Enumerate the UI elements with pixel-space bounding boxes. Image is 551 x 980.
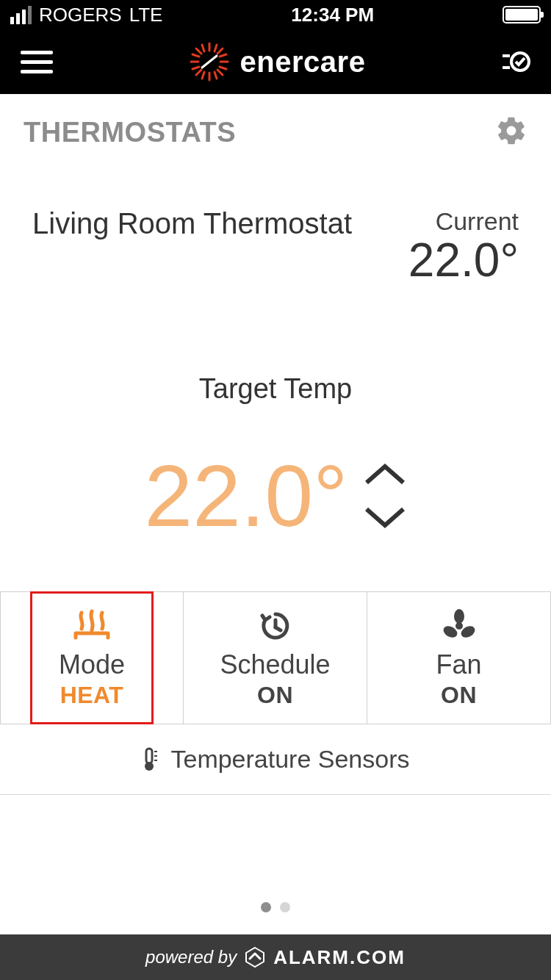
mode-title: Mode [1,649,183,680]
header-status-icon[interactable] [501,47,530,76]
svg-line-5 [217,70,223,75]
target-section: Target Temp 22.0° [0,292,551,546]
svg-line-8 [202,45,204,51]
status-time: 12:34 PM [291,4,374,26]
page-indicator[interactable] [0,902,551,912]
svg-line-13 [192,67,199,69]
gear-icon[interactable] [495,115,527,150]
alarm-logo-icon [244,946,266,968]
section-title: THERMOSTATS [24,117,236,148]
brand-text: enercare [240,46,366,79]
page-dot-1[interactable] [261,902,271,912]
schedule-icon [184,605,367,646]
signal-icon [10,6,32,24]
target-temp-value: 22.0° [145,446,348,546]
fan-icon [367,605,550,646]
device-name: Living Room Thermostat [32,207,352,240]
app-header: enercare [0,29,551,94]
svg-line-15 [220,67,226,69]
network-label: LTE [129,4,163,26]
svg-line-4 [196,48,201,54]
mode-value: HEAT [1,682,183,709]
svg-line-6 [217,48,223,54]
schedule-value: ON [184,682,367,709]
svg-line-9 [215,45,217,51]
svg-line-14 [220,54,226,57]
status-right [503,6,541,24]
app-root: { "status": { "carrier": "ROGERS", "netw… [0,0,551,980]
status-left: ROGERS LTE [10,4,162,26]
fan-title: Fan [367,649,550,680]
mode-button[interactable]: Mode HEAT [0,591,184,724]
svg-point-22 [454,609,464,624]
svg-line-10 [202,72,204,79]
target-temp-label: Target Temp [0,373,551,405]
menu-icon[interactable] [21,51,53,73]
svg-rect-25 [146,749,152,763]
footer: powered by ALARM.COM [0,934,551,980]
temp-stepper [364,462,406,530]
footer-brand: ALARM.COM [273,946,406,969]
svg-line-11 [215,72,217,79]
thermometer-icon [141,747,157,772]
svg-line-12 [192,54,199,57]
svg-line-20 [276,627,281,630]
fan-value: ON [367,682,550,709]
heat-icon [1,605,183,646]
control-grid: Mode HEAT Schedule ON Fan ON [0,591,551,724]
brand-sun-icon [189,41,230,82]
schedule-title: Schedule [184,649,367,680]
svg-marker-30 [246,948,264,967]
schedule-button[interactable]: Schedule ON [184,591,367,724]
chevron-down-icon[interactable] [364,505,406,530]
chevron-up-icon[interactable] [364,462,406,487]
carrier-label: ROGERS [39,4,122,26]
status-bar: ROGERS LTE 12:34 PM [0,0,551,29]
page-dot-2[interactable] [280,902,290,912]
section-header: THERMOSTATS [0,94,551,163]
sensors-button[interactable]: Temperature Sensors [0,724,551,795]
current-temp-label: Current [408,207,519,236]
fan-button[interactable]: Fan ON [367,591,551,724]
powered-by-label: powered by [145,947,237,968]
current-temp-value: 22.0° [408,236,519,285]
battery-icon [503,6,541,24]
svg-point-26 [145,762,154,771]
sensors-label: Temperature Sensors [170,745,409,774]
brand: enercare [189,41,366,82]
current-temp: Current 22.0° [408,207,519,285]
device-row: Living Room Thermostat Current 22.0° [0,163,551,292]
svg-line-7 [196,70,201,75]
target-controls: 22.0° [0,446,551,546]
